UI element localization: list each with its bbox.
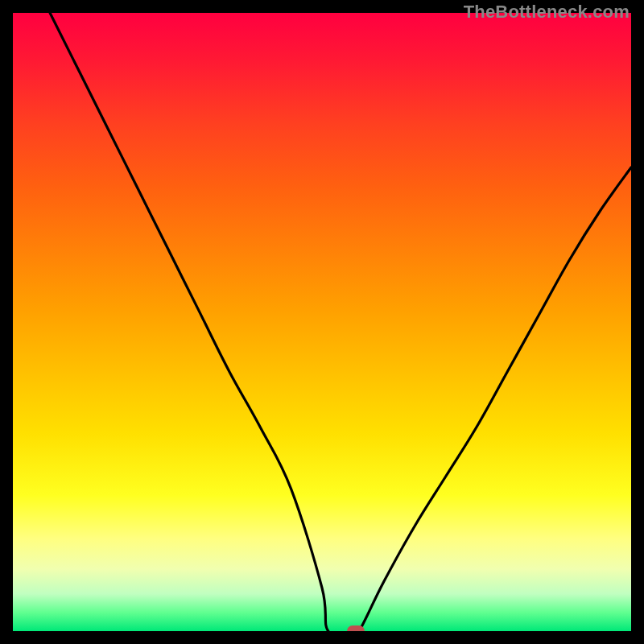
frame-right: [631, 0, 644, 644]
plot-area: [13, 13, 631, 631]
bottleneck-curve: [13, 13, 631, 631]
watermark-text: TheBottleneck.com: [464, 2, 630, 23]
frame-left: [0, 0, 13, 644]
chart-container: TheBottleneck.com: [0, 0, 644, 644]
frame-bottom: [0, 631, 644, 644]
